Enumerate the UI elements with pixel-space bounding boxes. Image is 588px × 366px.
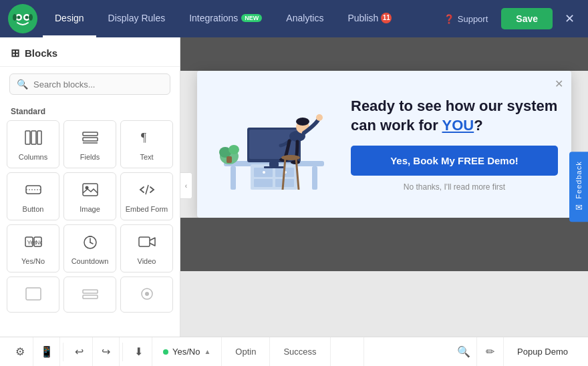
svg-point-49 — [229, 145, 239, 154]
redo-button[interactable]: ↪ — [93, 337, 120, 367]
svg-rect-45 — [269, 162, 279, 166]
extra3-icon — [138, 287, 156, 305]
active-view-toggle[interactable]: Yes/No ▲ — [152, 337, 222, 367]
active-view-label: Yes/No — [172, 347, 200, 357]
download-button[interactable]: ⬇ — [126, 337, 152, 367]
svg-rect-29 — [83, 290, 98, 293]
divider — [63, 343, 63, 361]
tab-optin[interactable]: Optin — [222, 337, 270, 367]
bottom-search-button[interactable]: 🔍 — [450, 337, 477, 367]
blocks-icon: ⊞ — [11, 47, 19, 59]
embed-form-label: Embed Form — [126, 205, 168, 213]
blocks-grid: Columns Fields ¶ Text — [0, 120, 180, 319]
green-status-dot — [163, 349, 168, 355]
yes-no-icon: Yes No — [25, 234, 42, 253]
mobile-view-button[interactable]: 📱 — [33, 337, 60, 367]
svg-point-4 — [25, 16, 29, 19]
block-extra1[interactable] — [7, 277, 59, 313]
nav-tab-publish[interactable]: Publish 11 — [335, 0, 404, 37]
svg-point-41 — [263, 171, 265, 174]
countdown-label: Countdown — [71, 257, 109, 265]
page-name-label: Popup Demo — [504, 337, 581, 367]
block-extra3[interactable] — [120, 277, 173, 313]
left-sidebar: ⊞ Blocks 🔍 Standard Columns — [0, 37, 180, 337]
svg-rect-27 — [139, 237, 150, 246]
app-logo — [8, 4, 37, 33]
search-box[interactable]: 🔍 — [9, 73, 170, 95]
chevron-up-icon: ▲ — [204, 348, 210, 355]
svg-rect-8 — [31, 131, 36, 144]
sidebar-collapse-button[interactable]: ‹ — [180, 172, 192, 199]
svg-rect-11 — [83, 138, 98, 141]
popup-container: ✕ — [197, 71, 571, 218]
block-columns[interactable]: Columns — [7, 120, 59, 168]
block-image[interactable]: Image — [63, 172, 116, 220]
extra1-icon — [25, 287, 42, 305]
nav-tab-display-rules[interactable]: Display Rules — [96, 0, 178, 37]
text-label: Text — [140, 153, 153, 161]
block-countdown[interactable]: Countdown — [63, 224, 116, 272]
svg-text:¶: ¶ — [141, 131, 146, 144]
bottom-bar: ⚙ 📱 ↩ ↪ ⬇ Yes/No ▲ Optin Success 🔍 ✏ Pop… — [0, 337, 588, 366]
columns-icon — [25, 130, 42, 149]
block-yes-no[interactable]: Yes No Yes/No — [7, 224, 59, 272]
nav-right: ❓ Support Save ✕ — [437, 8, 580, 29]
svg-point-0 — [8, 4, 37, 33]
block-text[interactable]: ¶ Text — [120, 120, 173, 168]
popup-cta-button[interactable]: Yes, Book My FREE Demo! — [351, 146, 558, 176]
undo-icon: ↩ — [75, 345, 84, 358]
text-icon: ¶ — [138, 130, 156, 149]
svg-rect-30 — [83, 295, 98, 299]
search-input[interactable] — [33, 79, 163, 89]
nav-tab-analytics[interactable]: Analytics — [274, 0, 335, 37]
block-button[interactable]: Button — [7, 172, 59, 220]
canvas-top-bar — [180, 37, 588, 71]
undo-button[interactable]: ↩ — [66, 337, 93, 367]
svg-rect-9 — [37, 131, 41, 144]
block-video[interactable]: Video — [120, 224, 173, 272]
feedback-mail-icon: ✉ — [575, 203, 583, 213]
svg-rect-35 — [312, 166, 317, 190]
video-icon — [138, 234, 156, 253]
integrations-badge: NEW — [241, 14, 262, 22]
redo-icon: ↪ — [102, 345, 110, 358]
save-button[interactable]: Save — [501, 8, 553, 29]
feedback-button[interactable]: Feedback ✉ — [569, 152, 588, 222]
canvas-bottom-bar: optinmonster — [180, 218, 588, 271]
svg-rect-14 — [26, 186, 41, 194]
tab-success[interactable]: Success — [270, 337, 330, 367]
nav-tab-integrations[interactable]: Integrations NEW — [177, 0, 274, 37]
block-embed-form[interactable]: Embed Form — [120, 172, 173, 220]
popup-close-button[interactable]: ✕ — [555, 77, 563, 90]
block-fields[interactable]: Fields — [63, 120, 116, 168]
nav-tab-design[interactable]: Design — [43, 0, 96, 37]
fields-icon — [82, 130, 99, 149]
close-button[interactable]: ✕ — [559, 9, 580, 29]
divider2 — [122, 343, 123, 361]
popup-content: Ready to see how our system can work for… — [197, 71, 571, 218]
svg-line-25 — [90, 242, 93, 244]
svg-point-53 — [296, 118, 309, 126]
svg-point-32 — [145, 292, 149, 296]
popup-illustration — [210, 91, 344, 198]
svg-text:No: No — [35, 239, 42, 246]
popup-headline: Ready to see how our system can work for… — [351, 97, 558, 135]
tab-empty[interactable] — [331, 337, 364, 367]
svg-rect-10 — [83, 132, 98, 136]
search-icon: 🔍 — [17, 79, 28, 89]
svg-line-18 — [146, 185, 148, 194]
button-icon — [25, 182, 42, 201]
block-extra2[interactable] — [63, 277, 116, 313]
popup-text-area: Ready to see how our system can work for… — [351, 97, 558, 192]
fields-label: Fields — [80, 153, 100, 161]
canvas-area: ‹ ✕ — [180, 37, 588, 337]
publish-badge: 11 — [381, 13, 392, 23]
blocks-title: ⊞ Blocks — [11, 47, 169, 59]
svg-rect-16 — [83, 184, 98, 196]
image-icon — [82, 182, 99, 201]
columns-label: Columns — [19, 153, 47, 161]
popup-decline-link[interactable]: No thanks, I'll read more first — [351, 182, 558, 192]
support-button[interactable]: ❓ Support — [437, 10, 495, 28]
bottom-edit-button[interactable]: ✏ — [477, 337, 504, 367]
settings-icon-button[interactable]: ⚙ — [7, 337, 33, 367]
